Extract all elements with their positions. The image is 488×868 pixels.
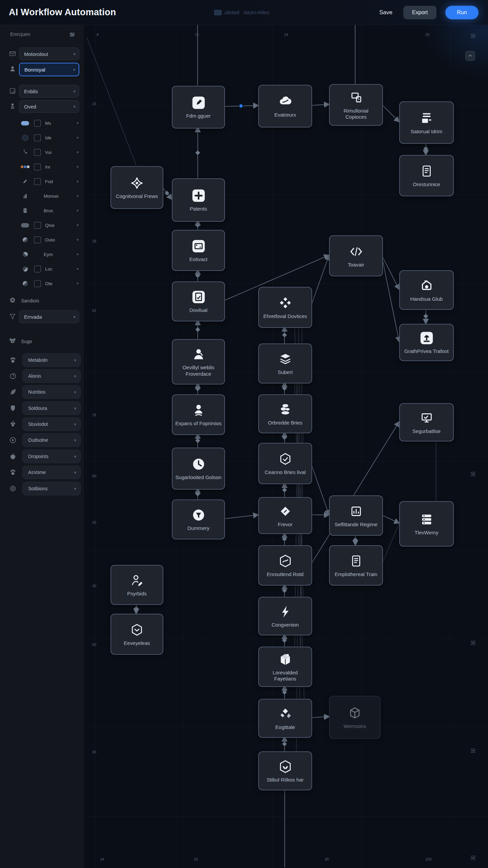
workflow-node-D1[interactable]: Rimullonial Copioces xyxy=(329,84,383,126)
node-label: Stibul Ritkos har xyxy=(264,777,306,783)
package-icon xyxy=(278,652,293,667)
ruler-mark xyxy=(471,641,475,645)
workflow-node-B1[interactable]: Fdm gguer xyxy=(172,86,225,129)
node-type-icon xyxy=(34,163,41,171)
node-label: Orbredde Bries xyxy=(265,420,305,426)
sidebar-item-ote[interactable]: Ote▾ xyxy=(0,278,84,289)
workflow-node-D5[interactable]: Wemsons xyxy=(329,696,381,739)
workflow-node-B5[interactable]: Oevillyl weblis Froverdace xyxy=(172,339,225,384)
pen-tile-icon xyxy=(191,95,206,111)
shield-funnel-icon xyxy=(191,507,206,523)
gearspark-icon xyxy=(129,175,145,191)
shieldS-icon xyxy=(9,404,17,412)
top-bar: AI Workflow Automation ulinlod · loturn-… xyxy=(0,0,488,25)
sidebar-item-qise[interactable]: Qise▾ xyxy=(0,220,84,230)
workflow-node-B7[interactable]: Sugarlooited Golson xyxy=(172,448,225,490)
workflow-node-A1[interactable]: Cognitvonal Frews xyxy=(110,166,163,209)
dot-half-icon xyxy=(21,237,29,242)
workflow-node-D2[interactable]: Toavair xyxy=(329,235,383,276)
workflow-node-D4[interactable]: Emplothereal Train xyxy=(329,545,383,586)
homegear-icon xyxy=(419,278,434,294)
upload-tile-icon xyxy=(419,330,434,346)
hexheart-icon xyxy=(278,759,293,774)
person-icon xyxy=(191,347,206,362)
pentagon-icon xyxy=(9,296,16,304)
workflow-node-A2[interactable]: Psyrbids xyxy=(110,565,163,605)
node-label: TlevWemy xyxy=(412,530,441,536)
node-label: GrathPrivea Trafoot xyxy=(402,348,451,354)
workflow-node-E1[interactable]: Satorual Idrim xyxy=(399,101,454,144)
workflow-node-C11[interactable]: Stibul Ritkos har xyxy=(258,751,312,790)
node-label: Fdm gguer xyxy=(183,113,214,119)
chevron-down-icon: ▾ xyxy=(74,438,76,443)
people-icon xyxy=(9,102,16,110)
node-label: Eotivact xyxy=(187,256,210,262)
sidebar-item-ms[interactable]: Ms▾ xyxy=(0,118,84,128)
workflow-node-C5[interactable]: Ceanno Bries lival xyxy=(258,443,312,484)
workflow-node-C3[interactable]: Subert xyxy=(258,343,312,383)
workflow-node-B8[interactable]: Dummery xyxy=(172,499,225,539)
workflow-node-C2[interactable]: Ehretfoval Dovtices xyxy=(258,287,312,328)
workflow-node-B3[interactable]: Eotivact xyxy=(172,230,225,271)
export-button[interactable]: Export xyxy=(403,6,436,19)
screens-icon xyxy=(348,90,364,105)
save-button[interactable]: Save xyxy=(377,9,394,16)
sidebar-item-ide[interactable]: Ide▾ xyxy=(0,133,84,143)
ruler-label: 30 xyxy=(92,750,96,754)
run-button[interactable]: Run xyxy=(445,6,479,19)
workflow-node-E4[interactable]: GrathPrivea Trafoot xyxy=(399,324,454,361)
node-type-icon xyxy=(34,280,41,287)
workflow-node-C9[interactable]: Lorevalded Fayetians xyxy=(258,647,312,687)
bank-icon xyxy=(348,504,364,519)
sliders-icon[interactable] xyxy=(69,32,75,39)
sidebar-section-header: Suge xyxy=(0,338,84,344)
ruler-label: 30 xyxy=(92,584,96,588)
sidebar-item-fod[interactable]: Fod▾ xyxy=(0,176,84,186)
gift-icon xyxy=(278,706,293,722)
sidebar-item-outo[interactable]: Outo▾ xyxy=(0,235,84,245)
chevron-down-icon: ▾ xyxy=(77,237,79,242)
pill-gray-icon xyxy=(21,223,29,228)
workflow-node-D3[interactable]: Selfittande Regime xyxy=(329,495,383,536)
dot-half2-icon xyxy=(21,252,29,257)
sidebar-item-inr[interactable]: Inr▾ xyxy=(0,162,84,172)
workflow-node-E2[interactable]: Oresturinice xyxy=(399,155,454,196)
workflow-node-E3[interactable]: Handsua Glub xyxy=(399,270,454,310)
node-label: Selfittande Regime xyxy=(332,521,380,528)
pill-blue-icon xyxy=(21,121,29,125)
sidebar-item-eym[interactable]: Eym▾ xyxy=(0,249,84,259)
workflow-node-C7[interactable]: Enroutlend Rotd xyxy=(258,545,312,586)
sidebar-item-bros[interactable]: Bros▾ xyxy=(0,205,84,216)
monitor-icon xyxy=(419,410,434,426)
workflow-node-C1[interactable]: Evatreurx xyxy=(258,85,312,127)
workflow-node-B6[interactable]: Expans of Foprimios xyxy=(172,394,225,435)
node-label: Enroutlend Rotd xyxy=(264,571,306,577)
node-type-icon xyxy=(34,222,41,229)
workflow-node-C10[interactable]: Eogittale xyxy=(258,699,312,738)
workflow-node-C8[interactable]: Congvenion xyxy=(258,597,312,635)
node-label: Toavair xyxy=(345,262,367,268)
workflow-node-A3[interactable]: Eeveyeleas xyxy=(110,614,163,655)
ruler-label: 76 xyxy=(92,413,96,417)
ruler-label: 14 xyxy=(284,33,288,37)
workflow-node-E5[interactable]: Segurbatlise xyxy=(399,403,454,441)
bolt-icon xyxy=(278,604,293,619)
sidebar-item-monsei[interactable]: Monsei▾ xyxy=(0,191,84,201)
chevron-down-icon: ▾ xyxy=(77,179,79,184)
grid-icon xyxy=(9,87,16,95)
sidebar-item-loc[interactable]: Loc▾ xyxy=(0,264,84,274)
workflow-node-C4[interactable]: Orbredde Bries xyxy=(258,394,312,433)
ruler-label: 8 xyxy=(97,33,99,37)
node-label: Eeveyeleas xyxy=(121,640,153,646)
pen-icon xyxy=(21,178,29,184)
sidebar-item-vui[interactable]: Vui▾ xyxy=(0,147,84,157)
node-type-icon xyxy=(34,134,41,141)
sidebar: Emrcjuen Motorolout▾Bonnsyal▾Enblis▾Oved… xyxy=(0,25,84,868)
workflow-node-C6[interactable]: Frevor xyxy=(258,497,312,534)
diamonds4-icon xyxy=(278,295,293,311)
workflow-node-B2[interactable]: Patents xyxy=(172,178,225,222)
workflow-node-E6[interactable]: TlevWemy xyxy=(399,501,454,547)
collapse-canvas-button[interactable] xyxy=(465,51,475,61)
workflow-node-B4[interactable]: Dovilual xyxy=(172,281,225,321)
node-label: Psyrbids xyxy=(124,591,149,597)
